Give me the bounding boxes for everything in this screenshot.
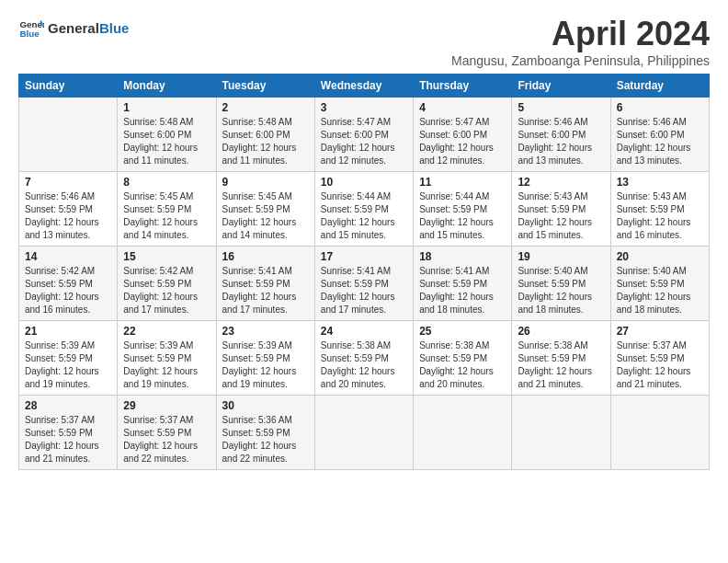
calendar-cell: 15Sunrise: 5:42 AMSunset: 5:59 PMDayligh…: [118, 247, 216, 321]
day-number: 18: [419, 250, 506, 263]
day-number: 16: [222, 250, 309, 263]
day-detail: Sunrise: 5:37 AMSunset: 5:59 PMDaylight:…: [123, 414, 210, 465]
day-number: 27: [617, 325, 703, 338]
calendar-cell: 1Sunrise: 5:48 AMSunset: 6:00 PMDaylight…: [118, 98, 216, 172]
day-header-tuesday: Tuesday: [216, 75, 314, 98]
day-number: 26: [518, 325, 604, 338]
day-number: 19: [518, 250, 604, 263]
calendar-cell: 14Sunrise: 5:42 AMSunset: 5:59 PMDayligh…: [19, 247, 118, 321]
day-number: 4: [419, 101, 506, 114]
day-number: 9: [222, 176, 309, 189]
logo-icon: General Blue: [18, 15, 44, 40]
day-number: 15: [123, 250, 210, 263]
calendar-cell: 18Sunrise: 5:41 AMSunset: 5:59 PMDayligh…: [414, 247, 512, 321]
day-detail: Sunrise: 5:48 AMSunset: 6:00 PMDaylight:…: [222, 116, 309, 167]
calendar-week-2: 7Sunrise: 5:46 AMSunset: 5:59 PMDaylight…: [19, 172, 710, 247]
svg-text:Blue: Blue: [19, 29, 40, 39]
calendar-week-3: 14Sunrise: 5:42 AMSunset: 5:59 PMDayligh…: [19, 247, 710, 321]
day-detail: Sunrise: 5:36 AMSunset: 5:59 PMDaylight:…: [222, 414, 309, 465]
day-number: 29: [123, 399, 210, 412]
day-header-thursday: Thursday: [414, 75, 512, 98]
calendar-body: 1Sunrise: 5:48 AMSunset: 6:00 PMDaylight…: [19, 98, 710, 470]
day-number: 6: [617, 101, 703, 114]
day-number: 23: [222, 325, 309, 338]
calendar-cell: 6Sunrise: 5:46 AMSunset: 6:00 PMDaylight…: [610, 98, 709, 172]
day-detail: Sunrise: 5:38 AMSunset: 5:59 PMDaylight:…: [321, 339, 407, 391]
day-number: 30: [222, 399, 309, 412]
day-detail: Sunrise: 5:39 AMSunset: 5:59 PMDaylight:…: [25, 339, 111, 391]
calendar-cell: 24Sunrise: 5:38 AMSunset: 5:59 PMDayligh…: [314, 321, 413, 396]
day-detail: Sunrise: 5:42 AMSunset: 5:59 PMDaylight:…: [123, 265, 210, 316]
calendar-cell: [314, 396, 413, 470]
day-detail: Sunrise: 5:47 AMSunset: 6:00 PMDaylight:…: [419, 116, 506, 167]
day-number: 21: [25, 325, 111, 338]
location-subtitle: Mangusu, Zamboanga Peninsula, Philippine…: [451, 53, 710, 68]
calendar-cell: [414, 396, 512, 470]
calendar-cell: [512, 396, 610, 470]
calendar-cell: 13Sunrise: 5:43 AMSunset: 5:59 PMDayligh…: [610, 172, 709, 247]
day-number: 20: [617, 250, 703, 263]
title-area: April 2024 Mangusu, Zamboanga Peninsula,…: [451, 15, 710, 68]
day-detail: Sunrise: 5:44 AMSunset: 5:59 PMDaylight:…: [419, 190, 506, 242]
calendar-cell: 30Sunrise: 5:36 AMSunset: 5:59 PMDayligh…: [216, 396, 314, 470]
day-detail: Sunrise: 5:45 AMSunset: 5:59 PMDaylight:…: [222, 190, 309, 242]
day-number: 1: [123, 101, 210, 114]
calendar-cell: [19, 98, 118, 172]
day-number: 10: [321, 176, 407, 189]
calendar-header-row: SundayMondayTuesdayWednesdayThursdayFrid…: [19, 75, 710, 98]
day-detail: Sunrise: 5:39 AMSunset: 5:59 PMDaylight:…: [123, 339, 210, 391]
day-detail: Sunrise: 5:37 AMSunset: 5:59 PMDaylight:…: [617, 339, 703, 391]
day-detail: Sunrise: 5:40 AMSunset: 5:59 PMDaylight:…: [617, 265, 703, 316]
day-number: 8: [123, 176, 210, 189]
calendar-cell: 2Sunrise: 5:48 AMSunset: 6:00 PMDaylight…: [216, 98, 314, 172]
day-number: 7: [25, 176, 111, 189]
calendar-cell: 23Sunrise: 5:39 AMSunset: 5:59 PMDayligh…: [216, 321, 314, 396]
month-title: April 2024: [451, 15, 710, 53]
day-number: 11: [419, 176, 506, 189]
page-header: General Blue General Blue April 2024 Man…: [18, 15, 710, 68]
logo-blue-text: Blue: [99, 20, 130, 36]
day-detail: Sunrise: 5:39 AMSunset: 5:59 PMDaylight:…: [222, 339, 309, 391]
day-number: 25: [419, 325, 506, 338]
calendar-cell: 3Sunrise: 5:47 AMSunset: 6:00 PMDaylight…: [314, 98, 413, 172]
day-number: 24: [321, 325, 407, 338]
calendar-cell: 27Sunrise: 5:37 AMSunset: 5:59 PMDayligh…: [610, 321, 709, 396]
calendar-cell: 28Sunrise: 5:37 AMSunset: 5:59 PMDayligh…: [19, 396, 118, 470]
day-header-saturday: Saturday: [610, 75, 709, 98]
calendar-cell: 20Sunrise: 5:40 AMSunset: 5:59 PMDayligh…: [610, 247, 709, 321]
calendar-cell: 9Sunrise: 5:45 AMSunset: 5:59 PMDaylight…: [216, 172, 314, 247]
logo: General Blue General Blue: [18, 15, 129, 40]
day-detail: Sunrise: 5:40 AMSunset: 5:59 PMDaylight:…: [518, 265, 604, 316]
calendar-cell: 21Sunrise: 5:39 AMSunset: 5:59 PMDayligh…: [19, 321, 118, 396]
calendar-cell: 4Sunrise: 5:47 AMSunset: 6:00 PMDaylight…: [414, 98, 512, 172]
calendar-cell: 11Sunrise: 5:44 AMSunset: 5:59 PMDayligh…: [414, 172, 512, 247]
day-detail: Sunrise: 5:43 AMSunset: 5:59 PMDaylight:…: [518, 190, 604, 242]
day-detail: Sunrise: 5:43 AMSunset: 5:59 PMDaylight:…: [617, 190, 703, 242]
day-detail: Sunrise: 5:42 AMSunset: 5:59 PMDaylight:…: [25, 265, 111, 316]
day-number: 14: [25, 250, 111, 263]
calendar-cell: 5Sunrise: 5:46 AMSunset: 6:00 PMDaylight…: [512, 98, 610, 172]
calendar-cell: 8Sunrise: 5:45 AMSunset: 5:59 PMDaylight…: [118, 172, 216, 247]
day-number: 3: [321, 101, 407, 114]
day-header-sunday: Sunday: [19, 75, 118, 98]
calendar-cell: 29Sunrise: 5:37 AMSunset: 5:59 PMDayligh…: [118, 396, 216, 470]
day-detail: Sunrise: 5:38 AMSunset: 5:59 PMDaylight:…: [419, 339, 506, 391]
calendar-cell: [610, 396, 709, 470]
day-detail: Sunrise: 5:45 AMSunset: 5:59 PMDaylight:…: [123, 190, 210, 242]
day-detail: Sunrise: 5:37 AMSunset: 5:59 PMDaylight:…: [25, 414, 111, 465]
calendar-cell: 22Sunrise: 5:39 AMSunset: 5:59 PMDayligh…: [118, 321, 216, 396]
calendar-week-4: 21Sunrise: 5:39 AMSunset: 5:59 PMDayligh…: [19, 321, 710, 396]
day-detail: Sunrise: 5:47 AMSunset: 6:00 PMDaylight:…: [321, 116, 407, 167]
calendar-week-1: 1Sunrise: 5:48 AMSunset: 6:00 PMDaylight…: [19, 98, 710, 172]
day-number: 12: [518, 176, 604, 189]
day-number: 13: [617, 176, 703, 189]
day-header-friday: Friday: [512, 75, 610, 98]
calendar-table: SundayMondayTuesdayWednesdayThursdayFrid…: [18, 74, 710, 470]
day-detail: Sunrise: 5:48 AMSunset: 6:00 PMDaylight:…: [123, 116, 210, 167]
day-detail: Sunrise: 5:46 AMSunset: 6:00 PMDaylight:…: [518, 116, 604, 167]
day-detail: Sunrise: 5:41 AMSunset: 5:59 PMDaylight:…: [321, 265, 407, 316]
logo-general-text: General: [48, 20, 99, 36]
day-number: 5: [518, 101, 604, 114]
day-number: 28: [25, 399, 111, 412]
day-number: 2: [222, 101, 309, 114]
